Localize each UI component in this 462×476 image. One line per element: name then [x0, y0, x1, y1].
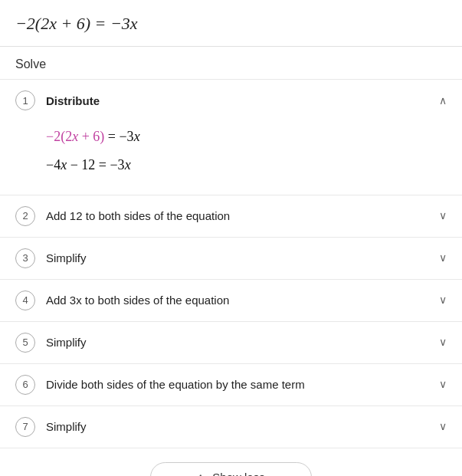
step-1-left: 1 Distribute	[15, 90, 100, 110]
step-5: 5 Simplify ∨	[0, 322, 462, 364]
step-5-title: Simplify	[46, 336, 87, 349]
step-6-number: 6	[15, 375, 35, 395]
step-1-chevron: ∧	[439, 94, 447, 107]
step-2-left: 2 Add 12 to both sides of the equation	[15, 206, 230, 226]
step-2-number: 2	[15, 206, 35, 226]
step-1-line-2: −4x − 12 = −3x	[46, 154, 447, 176]
show-less-chevron: ∧	[197, 471, 205, 476]
step-2: 2 Add 12 to both sides of the equation ∨	[0, 195, 462, 238]
step-7-chevron: ∨	[439, 420, 447, 433]
step-3-title: Simplify	[46, 251, 87, 264]
step-4-number: 4	[15, 291, 35, 310]
step-5-left: 5 Simplify	[15, 333, 87, 353]
step-3: 3 Simplify ∨	[0, 238, 462, 280]
step-2-chevron: ∨	[439, 209, 447, 222]
step-7: 7 Simplify ∨	[0, 406, 462, 448]
main-equation: −2(2x + 6) = −3x	[0, 0, 462, 47]
step-5-number: 5	[15, 333, 35, 353]
step-4-header[interactable]: 4 Add 3x to both sides of the equation ∨	[0, 280, 462, 321]
step-4-title: Add 3x to both sides of the equation	[46, 294, 229, 307]
step-7-header[interactable]: 7 Simplify ∨	[0, 406, 462, 448]
solve-label: Solve	[0, 47, 462, 80]
step-2-header[interactable]: 2 Add 12 to both sides of the equation ∨	[0, 195, 462, 237]
show-less-label: Show less	[212, 471, 264, 476]
step-4-chevron: ∨	[439, 294, 447, 307]
step-2-title: Add 12 to both sides of the equation	[46, 209, 230, 222]
step-6-chevron: ∨	[439, 378, 447, 391]
step-7-number: 7	[15, 417, 35, 437]
main-equation-text: −2(2x + 6) = −3x	[15, 14, 138, 33]
step-3-number: 3	[15, 248, 35, 268]
step-4-left: 4 Add 3x to both sides of the equation	[15, 291, 229, 310]
step-4: 4 Add 3x to both sides of the equation ∨	[0, 280, 462, 322]
step-1-title: Distribute	[46, 94, 100, 107]
step-1: 1 Distribute ∧ −2(2x + 6) = −3x −4x − 12…	[0, 80, 462, 195]
step-3-left: 3 Simplify	[15, 248, 87, 268]
step-6: 6 Divide both sides of the equation by t…	[0, 364, 462, 406]
steps-container: 1 Distribute ∧ −2(2x + 6) = −3x −4x − 12…	[0, 80, 462, 448]
step-6-left: 6 Divide both sides of the equation by t…	[15, 375, 305, 395]
show-less-button[interactable]: ∧ Show less	[150, 462, 311, 476]
step-6-title: Divide both sides of the equation by the…	[46, 378, 305, 391]
step-3-header[interactable]: 3 Simplify ∨	[0, 238, 462, 279]
step-7-title: Simplify	[46, 420, 87, 433]
step-3-chevron: ∨	[439, 251, 447, 264]
step-6-header[interactable]: 6 Divide both sides of the equation by t…	[0, 364, 462, 405]
show-less-area: ∧ Show less	[0, 448, 462, 476]
step-5-header[interactable]: 5 Simplify ∨	[0, 322, 462, 363]
step-1-content: −2(2x + 6) = −3x −4x − 12 = −3x	[0, 121, 462, 195]
step-1-number: 1	[15, 90, 35, 110]
step-5-chevron: ∨	[439, 336, 447, 349]
step-1-header[interactable]: 1 Distribute ∧	[0, 80, 462, 121]
step-1-line-1: −2(2x + 6) = −3x	[46, 126, 447, 148]
step-7-left: 7 Simplify	[15, 417, 87, 437]
